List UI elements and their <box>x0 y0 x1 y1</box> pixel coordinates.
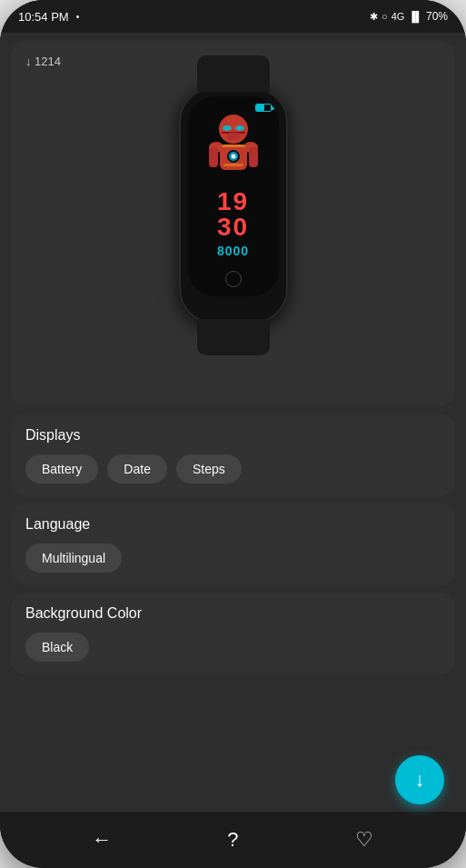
watch-battery-indicator <box>255 104 272 112</box>
back-icon: ← <box>92 828 112 852</box>
help-nav-button[interactable]: ? <box>214 822 251 858</box>
language-chips-row: Multilingual <box>25 544 441 573</box>
download-count: ↓ 1214 <box>25 55 61 68</box>
bottom-navigation: ← ? ♡ <box>0 812 466 868</box>
watch-hours: 19 <box>217 189 249 215</box>
mi-band-screen: 19 30 8000 <box>188 96 279 296</box>
status-bar: 10:54 PM • ✱ ○ 4G ▐▌ 70% <box>0 0 466 33</box>
back-nav-button[interactable]: ← <box>84 822 120 858</box>
download-fab-button[interactable]: ↓ <box>395 755 444 804</box>
mi-band-device: 19 30 8000 <box>179 87 288 324</box>
language-title: Language <box>25 516 441 533</box>
watch-steps: 8000 <box>217 244 249 258</box>
svg-rect-4 <box>227 133 240 140</box>
watch-time-display: 19 30 8000 <box>217 189 249 258</box>
background-color-section: Background Color Black <box>11 593 455 674</box>
status-dot: • <box>76 12 80 22</box>
status-icons: ✱ ○ 4G ▐▌ 70% <box>370 10 448 23</box>
download-fab-icon: ↓ <box>415 768 425 792</box>
bluetooth-icon: ✱ <box>370 11 378 23</box>
background-color-title: Background Color <box>25 605 441 622</box>
main-content: ↓ 1214 <box>0 33 466 812</box>
displays-section: Displays Battery Date Steps <box>11 414 455 496</box>
svg-point-8 <box>231 155 235 159</box>
language-section: Language Multilingual <box>11 504 455 585</box>
svg-rect-13 <box>209 147 218 167</box>
watch-home-button[interactable] <box>225 271 242 287</box>
4g-icon: 4G <box>392 11 405 22</box>
favorite-icon: ♡ <box>355 828 373 852</box>
displays-title: Displays <box>25 427 441 444</box>
chip-multilingual[interactable]: Multilingual <box>25 544 122 573</box>
chip-date[interactable]: Date <box>107 454 167 484</box>
svg-rect-14 <box>249 147 258 167</box>
chip-black[interactable]: Black <box>25 633 89 662</box>
wifi-icon: ○ <box>382 11 388 22</box>
help-icon: ? <box>227 828 238 852</box>
band-strap-top <box>197 55 270 92</box>
chip-steps[interactable]: Steps <box>176 454 242 484</box>
ironman-figure <box>202 113 265 185</box>
phone-screen: 10:54 PM • ✱ ○ 4G ▐▌ 70% ↓ 1214 <box>0 0 466 868</box>
battery-percentage: 70% <box>426 10 448 23</box>
svg-point-1 <box>223 125 232 131</box>
band-strap-bottom <box>197 319 270 355</box>
watch-preview: ↓ 1214 <box>11 42 455 405</box>
background-color-chips-row: Black <box>25 633 441 662</box>
svg-rect-11 <box>222 145 245 147</box>
phone-frame: 10:54 PM • ✱ ○ 4G ▐▌ 70% ↓ 1214 <box>0 0 466 868</box>
favorite-nav-button[interactable]: ♡ <box>346 822 382 858</box>
status-time: 10:54 PM <box>18 10 69 24</box>
svg-point-2 <box>235 125 244 131</box>
displays-chips-row: Battery Date Steps <box>25 454 441 484</box>
download-count-text: ↓ 1214 <box>25 55 61 68</box>
watch-minutes: 30 <box>217 215 249 240</box>
signal-icon: ▐▌ <box>408 11 422 22</box>
watch-battery-fill <box>256 105 265 111</box>
chip-battery[interactable]: Battery <box>25 454 98 484</box>
svg-rect-12 <box>223 164 243 166</box>
